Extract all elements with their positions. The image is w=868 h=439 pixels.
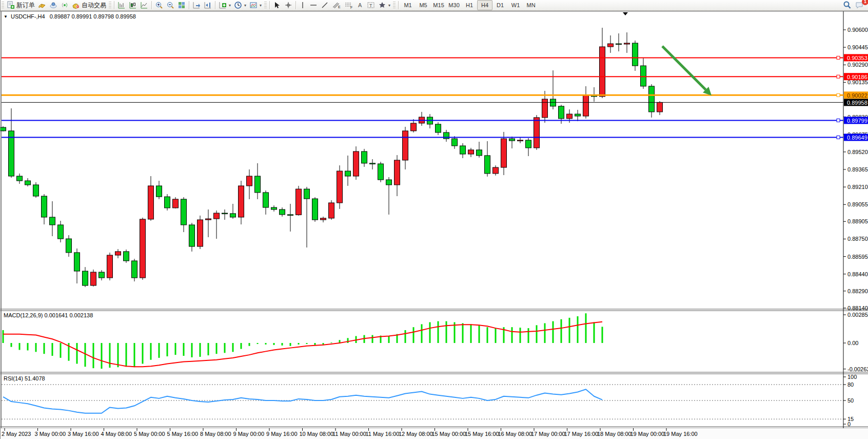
signals-button[interactable] [59,1,70,10]
auto-trading-button[interactable]: 自动交易 [70,1,108,10]
candle-chart-icon [129,1,137,9]
svg-text:12 May 08:00: 12 May 08:00 [399,431,433,437]
svg-text:15 May 00:00: 15 May 00:00 [432,431,466,437]
notification-badge: 1 [862,0,868,5]
add-indicator-button[interactable]: ▾ [217,1,232,10]
channel-icon: E [332,1,341,9]
crosshair-tool-button[interactable] [283,1,294,10]
autotrading-icon [72,1,80,9]
svg-text:0.90600: 0.90600 [847,27,868,33]
tile-windows-button[interactable] [176,1,187,10]
svg-text:0.90290: 0.90290 [847,62,868,68]
arrows-icon [378,1,386,9]
svg-text:0.89520: 0.89520 [847,149,868,155]
vertical-line-icon [299,1,306,9]
bar-chart-icon [117,1,126,9]
timeframe-m1[interactable]: M1 [400,0,416,10]
line-chart-button[interactable] [139,1,150,10]
svg-text:A: A [358,2,362,8]
svg-text:9 May 16:00: 9 May 16:00 [266,431,298,437]
text-tool-button[interactable]: A [355,1,365,10]
community-cloud-icon [49,1,57,9]
svg-text:17 May 00:00: 17 May 00:00 [531,431,565,437]
zoom-in-button[interactable] [153,1,165,10]
svg-text:0.88595: 0.88595 [847,254,868,260]
svg-text:0.89649: 0.89649 [847,135,867,141]
label-tool-button[interactable]: T [365,1,377,10]
one-click-collapse-icon[interactable]: ▼ [4,14,8,19]
periods-clock-icon [234,1,242,9]
chevron-down-icon: ▾ [229,3,231,8]
timeframe-h4[interactable]: H4 [477,0,492,10]
templates-button[interactable]: ▾ [248,1,263,10]
candle-chart-button[interactable] [127,1,139,10]
toolbar-grip[interactable] [2,2,4,9]
bar-chart-button[interactable] [116,1,127,10]
svg-text:T: T [369,3,372,8]
chart-shift-icon [204,1,212,9]
timeframe-h1[interactable]: H1 [462,0,477,10]
chart-title: ▼ USDCHF-,H4 0.89887 0.89991 0.89798 0.8… [4,13,136,20]
market-button[interactable] [36,1,48,10]
auto-scroll-button[interactable] [191,1,202,10]
svg-text:0.90186: 0.90186 [847,74,867,80]
cursor-icon [273,1,281,9]
chart-area[interactable]: 0.906000.904450.902900.901350.898300.896… [1,10,868,439]
svg-text:4 May 08:00: 4 May 08:00 [101,431,132,437]
toolbar: 新订单 自动交易 ▾ ▾ ▾ [1,0,868,11]
zoom-out-icon [166,1,174,9]
timeframe-m5[interactable]: M5 [416,0,431,10]
new-order-label: 新订单 [16,1,35,10]
timeframe-w1[interactable]: W1 [508,0,523,10]
chevron-down-icon: ▾ [388,3,390,8]
chart-shift-button[interactable] [202,1,213,10]
search-button[interactable] [841,1,853,10]
vertical-line-tool-button[interactable] [298,1,308,10]
svg-text:19 May 16:00: 19 May 16:00 [663,431,698,437]
fibonacci-icon: F [344,1,353,9]
svg-text:F: F [350,6,352,9]
svg-text:5 May 16:00: 5 May 16:00 [167,431,199,437]
timeframe-m15[interactable]: M15 [431,0,446,10]
ohlc-values: 0.89887 0.89991 0.89798 0.89958 [50,13,136,20]
channel-tool-button[interactable]: E [330,1,343,10]
svg-text:0.88140: 0.88140 [847,305,868,311]
trendline-icon [321,1,329,9]
fibonacci-tool-button[interactable]: F [343,1,355,10]
community-button[interactable] [48,1,59,10]
label-icon: T [367,1,375,9]
svg-text:19 May 00:00: 19 May 00:00 [630,431,665,437]
timeframe-mn[interactable]: MN [523,0,539,10]
svg-text:15 May 16:00: 15 May 16:00 [465,431,499,437]
auto-scroll-icon [192,1,201,9]
svg-text:0.88750: 0.88750 [847,236,868,242]
timeframe-group: M1M5M15M30H1H4D1W1MN [400,0,539,10]
svg-text:9 May 00:00: 9 May 00:00 [233,431,265,437]
svg-text:3 May 00:00: 3 May 00:00 [35,431,66,437]
svg-text:11 May 16:00: 11 May 16:00 [366,431,400,437]
periods-button[interactable]: ▾ [232,1,248,10]
svg-text:0.90135: 0.90135 [847,79,868,85]
svg-text:0.89958: 0.89958 [847,100,867,106]
horizontal-line-tool-button[interactable] [308,1,319,10]
zoom-out-button[interactable] [165,1,176,10]
new-order-button[interactable]: 新订单 [5,1,36,10]
svg-text:0.90022: 0.90022 [847,92,867,99]
mt4-window: 新订单 自动交易 ▾ ▾ ▾ [0,0,868,439]
cursor-tool-button[interactable] [271,1,283,10]
arrows-tool-button[interactable]: ▾ [377,1,392,10]
macd-header: MACD(12,26,9) 0.001641 0.002138 [4,312,93,318]
svg-text:0.89210: 0.89210 [847,184,868,190]
svg-text:50: 50 [847,397,854,404]
signals-icon [61,1,69,9]
trendline-tool-button[interactable] [319,1,330,10]
horizontal-line-icon [309,1,318,9]
timeframe-m30[interactable]: M30 [446,0,462,10]
chevron-down-icon: ▾ [244,3,246,8]
svg-text:0.89799: 0.89799 [847,118,867,124]
svg-text:8 May 08:00: 8 May 08:00 [200,431,231,437]
add-indicator-icon [219,1,227,9]
rsi-header: RSI(14) 51.4078 [4,375,45,381]
notifications-button[interactable]: 1 [853,1,865,10]
timeframe-d1[interactable]: D1 [492,0,508,10]
